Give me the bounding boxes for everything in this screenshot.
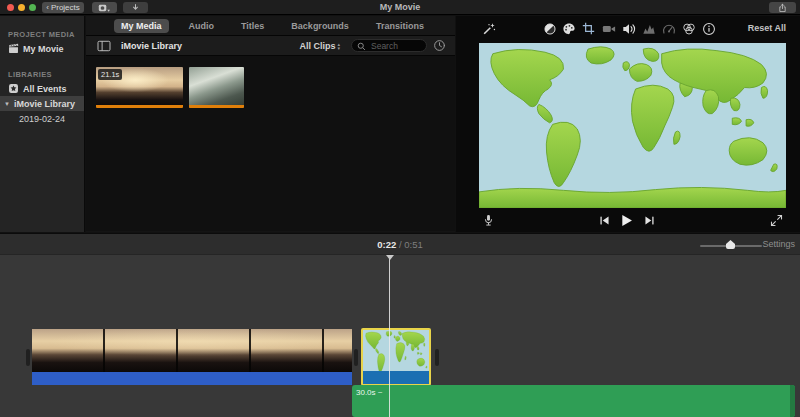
clapperboard-icon (8, 43, 19, 54)
viewer-toolbar: Reset All (456, 16, 800, 40)
timeline-map-clip-selected[interactable] (361, 328, 431, 386)
music-clip-end-cap (790, 385, 795, 417)
trim-handle-middle[interactable] (354, 349, 358, 366)
tab-my-media[interactable]: My Media (114, 19, 169, 33)
project-media-header: PROJECT MEDIA (8, 30, 84, 39)
media-clip-sunset[interactable]: 21.1s (96, 67, 183, 108)
trim-handle-left[interactable] (26, 349, 30, 366)
skip-forward-icon[interactable] (641, 212, 657, 228)
enhance-wand-icon[interactable] (481, 21, 496, 36)
media-panel: My Media Audio Titles Backgrounds Transi… (86, 16, 455, 232)
tab-audio[interactable]: Audio (182, 19, 222, 33)
timecode-display: 0:22 / 0:51 (0, 239, 800, 250)
star-icon (8, 83, 19, 94)
timeline-zoom-slider[interactable] (700, 244, 762, 247)
effects-icon[interactable] (681, 21, 696, 36)
disclosure-triangle-icon[interactable]: ▼ (4, 101, 10, 107)
microphone-icon[interactable] (480, 212, 496, 228)
timeline-settings-button[interactable]: Settings (762, 239, 795, 249)
clips-filter-label: All Clips (299, 41, 335, 51)
playhead-triangle-icon (386, 255, 394, 260)
tab-transitions[interactable]: Transitions (369, 19, 431, 33)
map-clip-ocean-band (363, 371, 429, 384)
media-tabbar: My Media Audio Titles Backgrounds Transi… (86, 16, 455, 36)
sidebar-item-label: All Events (23, 84, 67, 94)
noise-reduction-icon[interactable] (641, 21, 656, 36)
world-map-preview (479, 43, 786, 208)
search-field[interactable] (351, 39, 427, 52)
sidebar-toggle-icon[interactable] (97, 40, 111, 52)
playhead[interactable] (389, 255, 390, 417)
world-map-thumbnail (363, 330, 429, 371)
viewer-stage (456, 40, 800, 208)
sidebar-item-my-movie[interactable]: My Movie (0, 41, 84, 56)
sidebar-item-imovie-library[interactable]: ▼ iMovie Library (0, 96, 84, 111)
viewer-controls (456, 208, 800, 232)
share-button[interactable] (769, 2, 796, 13)
play-icon[interactable] (618, 212, 634, 228)
sidebar-item-label: My Movie (23, 44, 64, 54)
color-balance-icon[interactable] (542, 21, 557, 36)
volume-icon[interactable] (621, 21, 636, 36)
browser-header-controls: All Clips ▴▾ (293, 38, 455, 53)
sidebar-item-all-events[interactable]: All Events (0, 81, 84, 96)
media-clips-area: 21.1s (86, 56, 455, 231)
timecode-total: / 0:51 (399, 239, 423, 250)
titlebar: ‹ Projects My Movie (0, 0, 800, 15)
timeline-video-clip-sunset[interactable] (32, 329, 352, 372)
share-icon (778, 3, 787, 13)
trim-handle-right[interactable] (435, 349, 439, 366)
timeline-music-clip[interactable]: 30.0s ~ (352, 385, 795, 417)
clip-duration-badge: 21.1s (98, 69, 122, 80)
crop-icon[interactable] (581, 21, 596, 36)
media-clip-ocean-waves[interactable] (189, 67, 244, 108)
reset-all-button[interactable]: Reset All (748, 23, 786, 33)
chevron-up-down-icon: ▴▾ (337, 42, 340, 50)
stabilization-icon[interactable] (601, 21, 616, 36)
tab-titles[interactable]: Titles (234, 19, 271, 33)
info-icon[interactable] (701, 21, 716, 36)
clip-appearance-icon[interactable] (432, 38, 447, 53)
sidebar-item-event-date[interactable]: 2019-02-24 (0, 111, 84, 126)
sidebar-item-label: iMovie Library (14, 99, 75, 109)
libraries-sidebar: PROJECT MEDIA My Movie LIBRARIES All Eve… (0, 16, 85, 232)
browser-library-title: iMovie Library (121, 41, 182, 51)
clips-filter-dropdown[interactable]: All Clips ▴▾ (293, 40, 346, 52)
viewer-panel: Reset All (456, 16, 800, 232)
main-area: PROJECT MEDIA My Movie LIBRARIES All Eve… (0, 16, 800, 232)
timecode-current: 0:22 (377, 239, 396, 250)
color-correction-icon[interactable] (561, 21, 576, 36)
browser-header: iMovie Library All Clips ▴▾ (86, 36, 455, 56)
music-clip-duration-label: 30.0s ~ (356, 388, 382, 397)
libraries-header: LIBRARIES (8, 70, 84, 79)
window-title: My Movie (0, 2, 800, 12)
timeline-toolbar: 0:22 / 0:51 Settings (0, 233, 800, 255)
sidebar-item-label: 2019-02-24 (19, 114, 65, 124)
skip-back-icon[interactable] (596, 212, 612, 228)
tab-backgrounds[interactable]: Backgrounds (284, 19, 356, 33)
imovie-window: ‹ Projects My Movie PROJECT MEDIA (0, 0, 800, 417)
search-icon (357, 37, 366, 55)
usage-indicator-bar (96, 105, 183, 108)
speed-icon[interactable] (661, 21, 676, 36)
usage-indicator-bar (189, 105, 244, 108)
search-input[interactable] (369, 40, 421, 52)
fullscreen-icon[interactable] (768, 212, 784, 228)
timeline-body[interactable]: 30.0s ~ (0, 255, 800, 417)
timeline-video-clip-audio-waveform[interactable] (32, 372, 352, 385)
